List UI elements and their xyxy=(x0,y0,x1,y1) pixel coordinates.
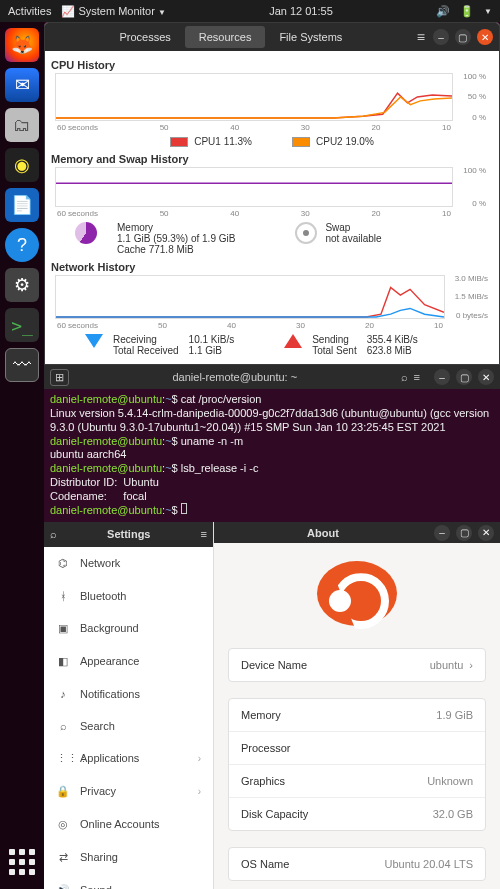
tab-filesystems[interactable]: File Systems xyxy=(265,26,356,48)
sidebar-item-label: Appearance xyxy=(80,655,139,667)
libreoffice-icon[interactable]: 📄 xyxy=(5,188,39,222)
chevron-right-icon: › xyxy=(469,659,473,671)
os-name-label: OS Name xyxy=(241,858,289,870)
tab-processes[interactable]: Processes xyxy=(105,26,184,48)
download-arrow-icon xyxy=(85,334,103,348)
row-value: 32.0 GB xyxy=(433,808,473,820)
hamburger-menu-icon[interactable]: ≡ xyxy=(417,29,425,45)
activities-button[interactable]: Activities xyxy=(8,5,51,17)
about-row-processor: Processor xyxy=(229,731,485,764)
chevron-right-icon: › xyxy=(198,753,201,764)
network-history-title: Network History xyxy=(51,261,489,273)
app-menu[interactable]: 📈 System Monitor ▼ xyxy=(61,5,165,18)
volume-icon[interactable]: 🔊 xyxy=(436,5,450,18)
about-row-memory: Memory1.9 GiB xyxy=(229,699,485,731)
device-name-label: Device Name xyxy=(241,659,307,671)
thunderbird-icon[interactable]: ✉ xyxy=(5,68,39,102)
sidebar-item-privacy[interactable]: 🔒Privacy› xyxy=(44,775,213,808)
memory-legend: Memory 1.1 GiB (59.3%) of 1.9 GiB Cache … xyxy=(75,222,489,255)
memory-pie-icon xyxy=(75,222,97,244)
sidebar-item-icon: 🔒 xyxy=(56,785,70,798)
chevron-right-icon: › xyxy=(198,786,201,797)
network-chart: 3.0 MiB/s 1.5 MiB/s 0 bytes/s xyxy=(55,275,445,319)
y-label: 3.0 MiB/s xyxy=(455,274,488,283)
tab-resources[interactable]: Resources xyxy=(185,26,266,48)
search-icon[interactable]: ⌕ xyxy=(50,528,57,540)
sidebar-item-icon: 🔊 xyxy=(56,884,70,889)
swap-pie-icon xyxy=(295,222,317,244)
terminal-icon[interactable]: >_ xyxy=(5,308,39,342)
sidebar-item-label: Notifications xyxy=(80,688,140,700)
show-applications-icon[interactable] xyxy=(5,845,39,879)
y-label: 0 % xyxy=(472,199,486,208)
sidebar-item-online-accounts[interactable]: ◎Online Accounts xyxy=(44,808,213,841)
terminal-body[interactable]: daniel-remote@ubuntu:~$ cat /proc/versio… xyxy=(44,389,500,522)
row-value: 1.9 GiB xyxy=(436,709,473,721)
maximize-button[interactable]: ▢ xyxy=(456,369,472,385)
sidebar-item-icon: ⋮⋮⋮ xyxy=(56,752,70,765)
sidebar-item-label: Online Accounts xyxy=(80,818,160,830)
close-button[interactable]: ✕ xyxy=(478,369,494,385)
sidebar-item-icon: ▣ xyxy=(56,622,70,635)
sidebar-item-applications[interactable]: ⋮⋮⋮Applications› xyxy=(44,742,213,775)
new-tab-icon[interactable]: ⊞ xyxy=(50,369,69,386)
sidebar-item-sharing[interactable]: ⇄Sharing xyxy=(44,841,213,874)
system-monitor-window: Processes Resources File Systems ≡ – ▢ ✕… xyxy=(44,22,500,365)
system-monitor-icon[interactable]: 〰 xyxy=(5,348,39,382)
sidebar-item-icon: ⌕ xyxy=(56,720,70,732)
ubuntu-dock: 🦊 ✉ 🗂 ◉ 📄 ? ⚙ >_ 〰 xyxy=(0,22,44,889)
upload-arrow-icon xyxy=(284,334,302,348)
y-label: 100 % xyxy=(463,166,486,175)
device-name-card[interactable]: Device Name ubuntu› xyxy=(228,648,486,682)
close-button[interactable]: ✕ xyxy=(477,29,493,45)
terminal-title: daniel-remote@ubuntu: ~ xyxy=(75,371,395,383)
hamburger-menu-icon[interactable]: ≡ xyxy=(414,371,420,383)
software-icon[interactable]: ⚙ xyxy=(5,268,39,302)
x-axis: 60 seconds5040302010 xyxy=(55,321,445,330)
sidebar-item-bluetooth[interactable]: ᚼBluetooth xyxy=(44,580,213,612)
help-icon[interactable]: ? xyxy=(5,228,39,262)
x-axis: 60 seconds5040302010 xyxy=(55,209,453,218)
network-legend: Receiving Total Received 10.1 KiB/s 1.1 … xyxy=(85,334,489,356)
cpu-chart: 100 % 50 % 0 % xyxy=(55,73,453,121)
hardware-card: Memory1.9 GiBProcessorGraphicsUnknownDis… xyxy=(228,698,486,831)
minimize-button[interactable]: – xyxy=(434,369,450,385)
sidebar-item-label: Sound xyxy=(80,884,112,889)
clock[interactable]: Jan 12 01:55 xyxy=(269,5,333,17)
minimize-button[interactable]: – xyxy=(434,525,450,541)
maximize-button[interactable]: ▢ xyxy=(455,29,471,45)
cpu-legend: CPU1 11.3% CPU2 19.0% xyxy=(55,136,489,147)
battery-icon[interactable]: 🔋 xyxy=(460,5,474,18)
sidebar-item-label: Sharing xyxy=(80,851,118,863)
sidebar-item-icon: ᚼ xyxy=(56,590,70,602)
settings-title: Settings xyxy=(63,528,195,540)
sidebar-item-network[interactable]: ⌬Network xyxy=(44,547,213,580)
files-icon[interactable]: 🗂 xyxy=(5,108,39,142)
sidebar-item-label: Search xyxy=(80,720,115,732)
hamburger-menu-icon[interactable]: ≡ xyxy=(201,528,207,540)
sidebar-item-label: Bluetooth xyxy=(80,590,126,602)
system-menu-icon[interactable]: ▼ xyxy=(484,7,492,16)
firefox-icon[interactable]: 🦊 xyxy=(5,28,39,62)
sidebar-item-label: Applications xyxy=(80,752,139,764)
y-label: 0 % xyxy=(472,113,486,122)
sidebar-item-search[interactable]: ⌕Search xyxy=(44,710,213,742)
search-icon[interactable]: ⌕ xyxy=(401,371,408,383)
sidebar-item-appearance[interactable]: ◧Appearance xyxy=(44,645,213,678)
sidebar-item-background[interactable]: ▣Background xyxy=(44,612,213,645)
rhythmbox-icon[interactable]: ◉ xyxy=(5,148,39,182)
ubuntu-logo-icon xyxy=(317,561,397,626)
minimize-button[interactable]: – xyxy=(433,29,449,45)
about-row-disk-capacity: Disk Capacity32.0 GB xyxy=(229,797,485,830)
close-button[interactable]: ✕ xyxy=(478,525,494,541)
row-label: Disk Capacity xyxy=(241,808,308,820)
sidebar-item-notifications[interactable]: ♪Notifications xyxy=(44,678,213,710)
sidebar-item-label: Privacy xyxy=(80,785,116,797)
row-value: Unknown xyxy=(427,775,473,787)
maximize-button[interactable]: ▢ xyxy=(456,525,472,541)
sidebar-item-icon: ♪ xyxy=(56,688,70,700)
sidebar-item-icon: ◧ xyxy=(56,655,70,668)
sidebar-item-sound[interactable]: 🔊Sound xyxy=(44,874,213,889)
sidebar-item-label: Background xyxy=(80,622,139,634)
sidebar-item-icon: ⌬ xyxy=(56,557,70,570)
